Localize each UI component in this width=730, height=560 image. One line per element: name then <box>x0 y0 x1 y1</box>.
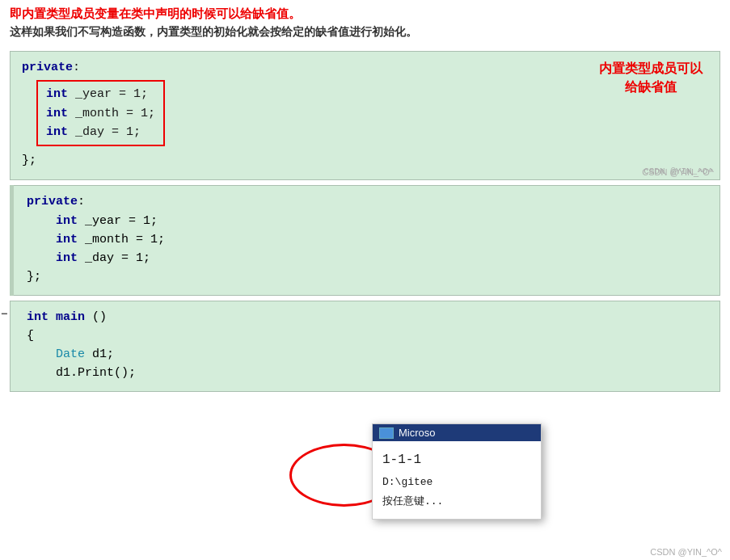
code-d1-print: d1.Print(); <box>27 364 708 382</box>
popup-header-icon <box>379 427 394 439</box>
collapse-minus-icon[interactable]: − <box>1 308 7 321</box>
top-line2: 这样如果我们不写构造函数，内置类型的初始化就会按给定的缺省值进行初始化。 <box>10 25 720 40</box>
popup-prompt-line: 按任意键... <box>382 492 531 512</box>
code-month-2: int _month = 1; <box>27 230 708 249</box>
code-private2: private: <box>27 192 708 211</box>
left-bar-2 <box>10 185 14 295</box>
code-day-1: int _day = 1; <box>46 123 155 141</box>
code-block-2: private: int _year = 1; int _month = 1; … <box>10 185 720 295</box>
code-month-1: int _month = 1; <box>46 104 155 123</box>
code-block-3: − int main () { Date d1; d1.Print(); <box>10 301 720 392</box>
code-main-sig: int main () <box>27 308 708 326</box>
code-date-d1: Date d1; <box>27 345 708 364</box>
code-block-3-wrapper: − int main () { Date d1; d1.Print(); <box>10 301 720 392</box>
top-line1: 即内置类型成员变量在类中声明的时候可以给缺省值。 <box>10 6 720 22</box>
popup-header-text: Microso <box>399 427 436 439</box>
popup-path-line: D:\gitee <box>382 473 531 493</box>
code-day-2: int _day = 1; <box>27 249 708 267</box>
keyword-private1: private <box>22 61 73 74</box>
code-brace-open: { <box>27 326 708 345</box>
annotation-text: 内置类型成员可以 给缺省值 <box>599 59 703 96</box>
top-text-block: 即内置类型成员变量在类中声明的时候可以给缺省值。 这样如果我们不写构造函数，内置… <box>0 0 730 49</box>
red-box-code: int _year = 1; int _month = 1; int _day … <box>36 80 165 146</box>
popup-body: 1-1-1 D:\gitee 按任意键... <box>373 441 541 519</box>
watermark-top: CSDN @YIN_^O^ <box>642 167 714 177</box>
code-year-2: int _year = 1; <box>27 212 708 230</box>
code-close-1: }; <box>22 151 708 170</box>
watermark-bottom: CSDN @YIN_^O^ <box>650 547 722 557</box>
code-block-2-wrapper: private: int _year = 1; int _month = 1; … <box>10 185 720 295</box>
code-year-1: int _year = 1; <box>46 85 155 103</box>
popup-result-line: 1-1-1 <box>382 448 531 472</box>
popup-header-bar: Microso <box>373 424 541 441</box>
code-close-2: }; <box>27 267 708 286</box>
popup-window[interactable]: Microso 1-1-1 D:\gitee 按任意键... <box>372 423 542 520</box>
